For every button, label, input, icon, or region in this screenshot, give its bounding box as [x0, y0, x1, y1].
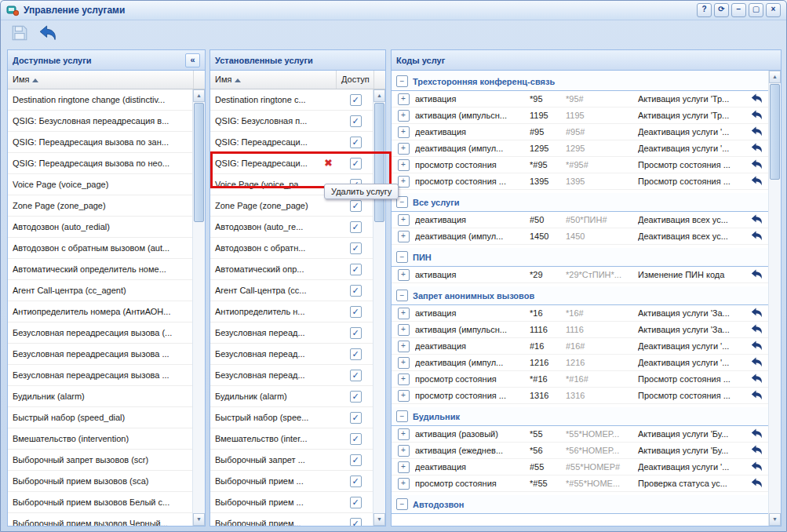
expand-row-icon[interactable]: + [398, 93, 410, 105]
code-row[interactable]: + просмотр состояния ... 1395 1395 Просм… [392, 173, 768, 190]
available-service-row[interactable]: Будильник (alarm) [8, 386, 192, 407]
available-scrollbar[interactable]: ▲ ▼ [192, 89, 205, 526]
scroll-down-icon[interactable]: ▼ [769, 513, 781, 526]
access-checkbox[interactable]: ✓ [350, 327, 362, 339]
collapse-group-icon[interactable]: − [396, 75, 408, 87]
installed-service-row[interactable]: QSIG: Безусловная п... ✖ ✓ [210, 111, 373, 132]
available-service-row[interactable]: Выборочный прием вызовов Черный... [8, 513, 192, 526]
available-service-row[interactable]: Агент Call-центра (cc_agent) [8, 280, 192, 301]
available-service-row[interactable]: Безусловная переадресация вызова ... [8, 344, 192, 365]
window-titlebar[interactable]: Управление услугами ? ⟳ − ▢ × [1, 1, 786, 20]
code-row[interactable]: + деактивация (импул... 1295 1295 Деакти… [392, 140, 768, 157]
expand-row-icon[interactable]: + [398, 176, 410, 188]
access-checkbox[interactable]: ✓ [350, 497, 362, 508]
reset-code-button[interactable] [745, 93, 768, 105]
installed-service-row[interactable]: Безусловная переад... ✖ ✓ [210, 344, 373, 365]
reset-code-button[interactable] [745, 341, 768, 352]
code-row[interactable]: + просмотр состояния *#95 *#95# Просмотр… [392, 157, 768, 173]
reset-code-button[interactable] [745, 445, 768, 457]
access-checkbox[interactable]: ✓ [350, 285, 362, 297]
reset-code-button[interactable] [745, 110, 768, 122]
scroll-down-icon[interactable]: ▼ [373, 513, 385, 526]
collapse-group-icon[interactable]: − [396, 410, 408, 422]
available-service-row[interactable]: QSIG: Безусловная переадресация в... [8, 111, 192, 132]
reset-code-button[interactable] [745, 478, 768, 490]
available-service-row[interactable]: Антиопределитель номера (АнтиАОН... [8, 301, 192, 322]
column-header-name[interactable]: Имя [210, 71, 337, 89]
available-service-row[interactable]: Безусловная переадресация вызова ... [8, 365, 192, 386]
scroll-thumb[interactable] [770, 84, 780, 180]
available-service-row[interactable]: Zone Page (zone_page) [8, 195, 192, 217]
collapse-group-icon[interactable]: − [396, 498, 408, 510]
available-service-row[interactable]: Автодозвон (auto_redial) [8, 217, 192, 238]
access-checkbox[interactable]: ✓ [350, 158, 362, 169]
installed-service-row[interactable]: Будильник (alarm) ✖ ✓ [210, 386, 373, 407]
reset-code-button[interactable] [745, 214, 768, 226]
reset-code-button[interactable] [745, 176, 768, 188]
code-row[interactable]: + просмотр состояния ... 1316 1316 Просм… [392, 388, 768, 404]
access-checkbox[interactable]: ✓ [350, 221, 362, 233]
available-service-row[interactable]: Destination ringtone change (distinctiv.… [8, 89, 192, 111]
installed-service-row[interactable]: Выборочный запрет ... ✖ ✓ [210, 450, 373, 471]
code-row[interactable]: + активация (ежеднев... *56 *56*НОМЕР...… [392, 443, 768, 459]
help-button[interactable]: ? [697, 3, 712, 17]
code-group-header[interactable]: − Будильник [392, 407, 768, 426]
code-group-header[interactable]: − Все услуги [392, 193, 768, 212]
installed-service-row[interactable]: Destination ringtone c... ✖ ✓ [210, 89, 373, 111]
available-service-row[interactable]: Вмешательство (intervention) [8, 428, 192, 450]
reset-code-button[interactable] [745, 428, 768, 440]
access-checkbox[interactable]: ✓ [350, 518, 362, 527]
reset-code-button[interactable] [745, 231, 768, 242]
available-service-row[interactable]: Выборочный запрет вызовов (scr) [8, 450, 192, 471]
expand-row-icon[interactable]: + [398, 231, 410, 242]
code-row[interactable]: + активация *16 *16# Активация услуги 'З… [392, 305, 768, 322]
code-row[interactable]: + активация *95 *95# Активация услуги 'Т… [392, 91, 768, 107]
installed-service-row[interactable]: Безусловная переад... ✖ ✓ [210, 365, 373, 386]
access-checkbox[interactable]: ✓ [350, 348, 362, 360]
available-service-row[interactable]: Безусловная переадресация вызова (... [8, 322, 192, 344]
reset-code-button[interactable] [745, 269, 768, 281]
expand-row-icon[interactable]: + [398, 445, 410, 457]
installed-service-row[interactable]: Антиопределитель н... ✖ ✓ [210, 301, 373, 322]
minimize-button[interactable]: − [731, 3, 746, 17]
scroll-up-icon[interactable]: ▲ [373, 89, 385, 102]
expand-row-icon[interactable]: + [398, 357, 410, 369]
collapse-panel-button[interactable]: « [185, 53, 200, 67]
installed-service-row[interactable]: Выборочный прием ... ✖ ✓ [210, 471, 373, 492]
expand-row-icon[interactable]: + [398, 110, 410, 122]
available-service-row[interactable]: Voice Page (voice_page) [8, 174, 192, 195]
delete-service-icon[interactable]: ✖ [324, 153, 333, 173]
expand-row-icon[interactable]: + [398, 478, 410, 490]
access-checkbox[interactable]: ✓ [350, 412, 362, 424]
installed-service-row[interactable]: Выборочный прием... ✖ ✓ [210, 513, 373, 526]
code-row[interactable]: + деактивация #95 #95# Деактивация услуг… [392, 124, 768, 140]
access-checkbox[interactable]: ✓ [350, 94, 362, 106]
installed-service-row[interactable]: QSIG: Переадресаци... ✖ ✓ [210, 153, 373, 174]
access-checkbox[interactable]: ✓ [350, 264, 362, 275]
reset-code-button[interactable] [745, 357, 768, 369]
access-checkbox[interactable]: ✓ [350, 391, 362, 403]
access-checkbox[interactable]: ✓ [350, 476, 362, 487]
code-row[interactable]: + деактивация #50 #50*ПИН# Деактивация в… [392, 212, 768, 228]
code-row[interactable]: + просмотр состояния *#16 *#16# Просмотр… [392, 371, 768, 388]
code-group-header[interactable]: − Трехсторонняя конференц-связь [392, 72, 768, 91]
scroll-thumb[interactable] [194, 103, 204, 222]
expand-row-icon[interactable]: + [398, 373, 410, 385]
maximize-button[interactable]: ▢ [749, 3, 763, 17]
installed-service-row[interactable]: Автодозвон (auto_re... ✖ ✓ [210, 217, 373, 238]
installed-service-row[interactable]: Агент Call-центра (cc... ✖ ✓ [210, 280, 373, 301]
code-row[interactable]: + просмотр состояния *#55 *#55*НОМЕ... П… [392, 476, 768, 492]
available-service-row[interactable]: QSIG: Переадресация вызова по зан... [8, 132, 192, 153]
save-button[interactable] [10, 24, 29, 43]
reset-code-button[interactable] [745, 126, 768, 138]
installed-service-row[interactable]: QSIG: Переадресаци... ✖ ✓ [210, 132, 373, 153]
access-checkbox[interactable]: ✓ [350, 370, 362, 381]
available-service-row[interactable]: QSIG: Переадресация вызова по нео... [8, 153, 192, 174]
access-checkbox[interactable]: ✓ [350, 200, 362, 212]
code-row[interactable]: + активация (разовый) *55 *55*НОМЕР... А… [392, 426, 768, 443]
available-service-row[interactable]: Выборочный прием вызовов Белый с... [8, 492, 192, 513]
expand-row-icon[interactable]: + [398, 324, 410, 336]
available-service-row[interactable]: Выборочный прием вызовов (sca) [8, 471, 192, 492]
expand-row-icon[interactable]: + [398, 461, 410, 473]
expand-row-icon[interactable]: + [398, 341, 410, 352]
